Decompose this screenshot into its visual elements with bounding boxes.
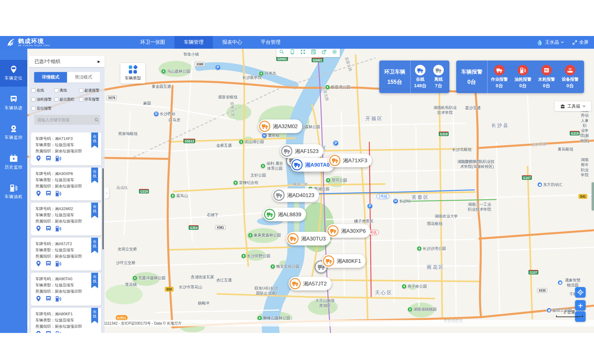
- sidebar-item-车辆轨迹[interactable]: 车辆轨迹: [0, 90, 27, 116]
- vehicle-marker[interactable]: 湘AD40123: [272, 188, 319, 202]
- filter-离线[interactable]: 离线: [54, 88, 79, 93]
- tab-详情模式[interactable]: 详情模式: [34, 72, 67, 83]
- vehicle-marker[interactable]: 湘A32M02: [258, 119, 302, 133]
- camera-icon: [10, 125, 18, 133]
- tab-简洁模式[interactable]: 简洁模式: [67, 72, 100, 83]
- alarm-stat-作业报警: 作业报警0台: [488, 61, 511, 93]
- search-box: [34, 115, 100, 125]
- monitor-bus-icon[interactable]: [45, 331, 52, 333]
- vehicle-card[interactable]: 车牌号码：湘A71XF3车辆类型：垃圾压缩车所属组织：厨余垃圾项目部在线: [31, 133, 101, 165]
- monitor-bus-icon[interactable]: [45, 155, 52, 161]
- truck-icon: [329, 155, 340, 166]
- vehicle-marker[interactable]: 湘A30XP6: [326, 224, 370, 238]
- map-device-button[interactable]: [287, 49, 298, 57]
- sidebar-item-车辆定位[interactable]: 车辆定位: [0, 60, 27, 87]
- vehicle-card[interactable]: 车牌号码：湘A80KF1车辆类型：垃圾压缩车所属组织：厨余垃圾项目部在线: [31, 308, 101, 333]
- map-zoom-search-button[interactable]: [277, 49, 287, 57]
- alarm-label: 油耗报警: [515, 77, 531, 82]
- alarm-title: 车辆报警: [461, 68, 482, 75]
- scale-label: 2 公里: [564, 310, 575, 314]
- sidebar-item-车辆监控[interactable]: 车辆监控: [0, 119, 27, 146]
- alarm-count: 0台: [543, 83, 550, 89]
- locate-pin-icon[interactable]: [35, 226, 42, 231]
- filter-在线[interactable]: 在线: [31, 88, 54, 93]
- vehicle-marker[interactable]: 湘A90TA0: [290, 158, 334, 172]
- locate-button[interactable]: [575, 287, 586, 298]
- fuel-pump-icon[interactable]: [55, 226, 61, 231]
- sidebar-item-车辆油耗[interactable]: 车辆油耗: [0, 178, 27, 205]
- vehicle-panel: 已选7个组织 ▶ 详情模式简洁模式 在线离线超速报警油耗报警超出围栏停车报警定位…: [29, 56, 105, 333]
- checkbox-icon[interactable]: [79, 97, 83, 101]
- monitor-bus-icon[interactable]: [45, 191, 52, 196]
- chevron-down-icon: [583, 105, 586, 107]
- sidebar-item-历史监控[interactable]: 历史监控: [0, 149, 27, 176]
- map-expand-button[interactable]: [298, 49, 308, 57]
- locate-pin-icon[interactable]: [35, 296, 42, 302]
- vehicle-marker[interactable]: 湘AF1523: [280, 144, 323, 158]
- vehicle-card[interactable]: 车牌号码：湘A32M02车辆类型：垃圾压缩车所属组织：厨余垃圾项目部在线: [31, 203, 101, 236]
- nav-item-报表中心[interactable]: 报表中心: [213, 36, 251, 49]
- toolbox-button[interactable]: 工具箱: [555, 101, 591, 111]
- vehicle-org: 所属组织：厨余垃圾项目部: [35, 218, 97, 224]
- map-save-button[interactable]: [308, 49, 319, 57]
- vehicle-marker[interactable]: 湘A80KF1: [322, 254, 366, 268]
- checkbox-icon[interactable]: [31, 106, 35, 110]
- vehicle-marker[interactable]: 湘A30TU3: [286, 232, 330, 245]
- checkbox-icon[interactable]: [79, 88, 83, 92]
- truck-icon: [323, 255, 334, 267]
- filter-定位报警[interactable]: 定位报警: [31, 106, 54, 111]
- fuel-pump-icon[interactable]: [55, 155, 61, 161]
- marker-plate: 湘AD40123: [287, 192, 314, 199]
- checkbox-icon[interactable]: [31, 97, 35, 101]
- filter-超速报警[interactable]: 超速报警: [79, 88, 103, 93]
- filter-checkbox-group: 在线离线超速报警油耗报警超出围栏停车报警定位报警: [31, 88, 103, 111]
- alarm-count: 0台: [467, 78, 476, 86]
- filter-超出围栏[interactable]: 超出围栏: [54, 97, 79, 102]
- fuel-pump-icon[interactable]: [55, 331, 61, 333]
- list-scrollbar[interactable]: [102, 168, 104, 249]
- checkbox-icon[interactable]: [54, 97, 58, 101]
- filter-油耗报警[interactable]: 油耗报警: [31, 97, 54, 102]
- vehicle-marker[interactable]: 湘A57JT2: [289, 277, 331, 290]
- alarm-label: 作业报警: [491, 77, 508, 82]
- fuel-pump-icon[interactable]: [55, 296, 61, 302]
- vehicle-type: 车辆类型：垃圾压缩车: [35, 247, 97, 253]
- fullscreen-label: 全屏: [579, 39, 588, 45]
- marker-plate: 湘AF1523: [295, 148, 319, 155]
- map-share-button[interactable]: [319, 49, 329, 57]
- marker-plate: 湘A90TA0: [305, 161, 330, 169]
- map-settings-gear-icon[interactable]: [329, 49, 340, 57]
- locate-pin-icon[interactable]: [35, 331, 42, 333]
- monitor-bus-icon[interactable]: [45, 296, 52, 302]
- monitor-bus-icon[interactable]: [45, 261, 52, 267]
- zoom-in-button[interactable]: ＋: [575, 300, 586, 311]
- org-selector[interactable]: 已选7个组织 ▶: [29, 56, 105, 67]
- checkbox-icon[interactable]: [31, 88, 35, 92]
- vehicle-type-button[interactable]: 车辆类型: [120, 63, 145, 83]
- nav-item-平台管理[interactable]: 平台管理: [251, 36, 290, 49]
- search-icon[interactable]: [94, 118, 99, 122]
- vehicle-marker[interactable]: 湘A71XF3: [328, 154, 372, 167]
- locate-pin-icon[interactable]: [35, 261, 42, 267]
- filter-停车报警[interactable]: 停车报警: [79, 97, 103, 102]
- fuel-pump-icon[interactable]: [55, 261, 61, 267]
- user-menu[interactable]: 王水晶: [536, 39, 564, 46]
- fuel-pump-icon[interactable]: [55, 191, 61, 196]
- search-input[interactable]: [34, 118, 94, 122]
- checkbox-icon[interactable]: [54, 88, 58, 92]
- fullscreen-button[interactable]: 全屏: [572, 39, 588, 45]
- online-truck-icon: [415, 65, 425, 75]
- vehicle-marker[interactable]: 湘AL8839: [263, 208, 306, 221]
- page-scrollbar[interactable]: [592, 182, 594, 211]
- monitor-bus-icon[interactable]: [45, 226, 52, 231]
- vehicle-card[interactable]: 车牌号码：湘A30XP6车辆类型：垃圾压缩车所属组织：厨余垃圾项目部在线: [31, 168, 101, 200]
- vehicle-card[interactable]: 车牌号码：湘A57JT2车辆类型：垃圾压缩车所属组织：厨余垃圾项目部在线: [31, 238, 101, 271]
- nav-item-环卫一张图[interactable]: 环卫一张图: [131, 36, 174, 49]
- vehicle-card[interactable]: 车牌号码：湘A90TA0车辆类型：垃圾压缩车所属组织：厨余垃圾项目部在线: [31, 273, 101, 306]
- parking-icon: P: [215, 65, 221, 70]
- locate-target-icon: [577, 289, 584, 296]
- locate-pin-icon[interactable]: [35, 191, 42, 196]
- nav-item-车辆管理[interactable]: 车辆管理: [174, 36, 213, 49]
- locate-pin-icon[interactable]: [35, 155, 42, 161]
- panel-collapse-handle[interactable]: ‹: [105, 187, 109, 199]
